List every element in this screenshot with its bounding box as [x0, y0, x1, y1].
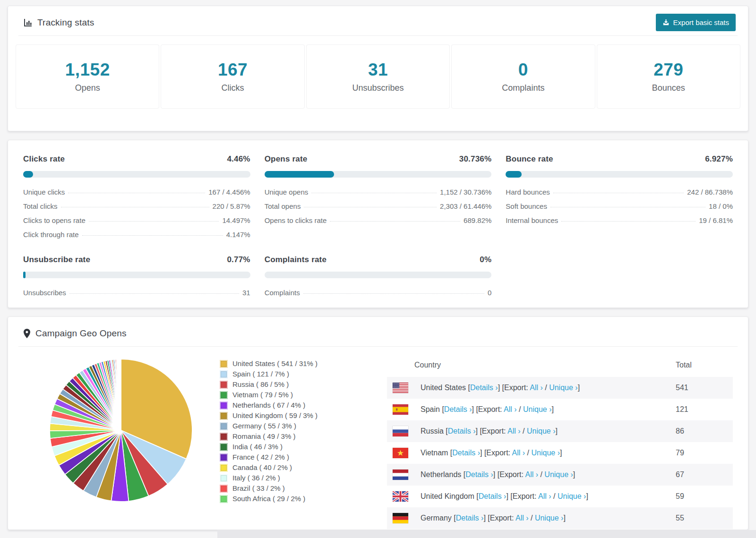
rate-progress-track [23, 272, 250, 278]
export-unique-link[interactable]: Unique › [532, 449, 560, 457]
tracking-stats-card: Tracking stats Export basic stats 1,152O… [8, 6, 748, 131]
export-unique-link[interactable]: Unique › [523, 405, 551, 413]
country-name: Russia [421, 427, 446, 435]
export-basic-stats-button[interactable]: Export basic stats [656, 14, 736, 31]
rate-section-complaints-rate: Complaints rate0%Complaints0 [265, 255, 492, 300]
stat-row: Complaints0 [265, 286, 492, 300]
legend-swatch [220, 391, 228, 399]
total-cell: 86 [675, 420, 733, 442]
rate-title: Unsubscribe rate [23, 255, 90, 265]
legend-item: Canada ( 40 / 2% ) [220, 463, 364, 472]
stat-value: 279 [653, 60, 683, 80]
dotted-leader [304, 207, 437, 207]
bracket: ] [ [506, 492, 512, 500]
geo-table-header-country: Country [387, 353, 675, 377]
legend-item: Russia ( 86 / 5% ) [220, 380, 364, 389]
total-cell: 541 [675, 377, 733, 399]
details-link[interactable]: Details › [452, 449, 480, 457]
dotted-leader [61, 207, 209, 207]
legend-swatch [220, 474, 228, 482]
rate-section-opens-rate: Opens rate30.736%Unique opens1,152 / 30.… [265, 154, 492, 242]
rate-title: Complaints rate [265, 255, 326, 265]
total-cell: 121 [675, 399, 733, 420]
legend-swatch [220, 495, 228, 503]
total-cell: 79 [675, 442, 733, 464]
legend-item: United Kingdom ( 59 / 3% ) [220, 411, 364, 420]
stat-row-label: Internal bounces [506, 216, 558, 224]
details-link[interactable]: Details › [456, 514, 484, 522]
dotted-leader [550, 207, 705, 207]
export-all-link[interactable]: All › [512, 449, 525, 457]
export-unique-link[interactable]: Unique › [527, 427, 555, 435]
stat-row: Click through rate4.147% [23, 228, 250, 242]
flag-us-icon [393, 383, 408, 393]
stat-box: 0Complaints [451, 44, 595, 109]
export-all-link[interactable]: All › [538, 492, 551, 500]
stat-row: Soft bounces18 / 0% [506, 199, 733, 213]
details-link[interactable]: Details › [444, 405, 472, 413]
country-name: Vietnam [421, 449, 450, 457]
legend-label: Brazil ( 33 / 2% ) [232, 484, 285, 493]
horizontal-scrollbar-track[interactable] [217, 530, 756, 538]
rates-card: Clicks rate4.46%Unique clicks167 / 4.456… [8, 140, 748, 308]
legend-label: Spain ( 121 / 7% ) [232, 369, 289, 379]
legend-item: India ( 46 / 3% ) [220, 442, 364, 452]
details-link[interactable]: Details › [470, 384, 498, 392]
geo-legend: United States ( 541 / 31% )Spain ( 121 /… [220, 358, 364, 504]
rate-progress-fill [265, 171, 335, 178]
dotted-leader [553, 193, 684, 193]
export-unique-link[interactable]: Unique › [549, 384, 577, 392]
total-cell: 59 [675, 486, 733, 507]
export-all-link[interactable]: All › [515, 514, 529, 522]
legend-swatch [220, 453, 228, 461]
flag-cell [387, 442, 415, 464]
export-all-link[interactable]: All › [504, 405, 517, 413]
export-all-link[interactable]: All › [507, 427, 521, 435]
bracket: ] [563, 514, 565, 522]
rate-rows: Unique clicks167 / 4.456%Total clicks220… [23, 185, 250, 242]
legend-label: United States ( 541 / 31% ) [232, 359, 318, 368]
geo-body: United States ( 541 / 31% )Spain ( 121 /… [8, 347, 748, 529]
details-link[interactable]: Details › [448, 427, 476, 435]
rate-section-bounce-rate: Bounce rate6.927%Hard bounces242 / 86.73… [506, 154, 733, 242]
rate-progress-track [265, 272, 492, 278]
stat-value: 1,152 [65, 60, 110, 80]
export-all-link[interactable]: All › [530, 384, 543, 392]
rate-head: Bounce rate6.927% [506, 154, 733, 164]
geo-table-row-vn: Vietnam [Details ›] [Export: All › / Uni… [387, 442, 733, 464]
stat-row-label: Hard bounces [506, 188, 550, 196]
flag-cell [387, 420, 415, 442]
pie-slice-other-38[interactable] [120, 359, 121, 430]
dotted-leader [561, 221, 696, 222]
flag-cell [387, 377, 415, 399]
legend-item: United States ( 541 / 31% ) [220, 359, 364, 368]
details-link[interactable]: Details › [465, 470, 493, 478]
stat-row-value: 220 / 5.87% [213, 202, 250, 210]
country-cell: Spain [Details ›] [Export: All › / Uniqu… [415, 399, 675, 420]
rate-title: Opens rate [265, 154, 308, 164]
bracket: ] [560, 449, 562, 457]
export-all-link[interactable]: All › [525, 470, 538, 478]
bracket: ] [ [493, 470, 499, 478]
stat-row-value: 4.147% [226, 231, 250, 239]
geo-opens-title: Campaign Geo Opens [35, 328, 127, 339]
details-link[interactable]: Details › [479, 492, 507, 500]
dotted-leader [82, 235, 223, 236]
rate-rows: Unique opens1,152 / 30.736%Total opens2,… [265, 185, 492, 228]
rate-rows: Unsubscribes31 [23, 286, 250, 300]
export-unique-link[interactable]: Unique › [535, 514, 563, 522]
stat-row-value: 689.82% [464, 216, 491, 224]
geo-table-row-nl: Netherlands [Details ›] [Export: All › /… [387, 464, 733, 486]
legend-label: Germany ( 55 / 3% ) [232, 421, 296, 431]
export-unique-link[interactable]: Unique › [558, 492, 586, 500]
legend-swatch [220, 360, 228, 368]
geo-table: Country Total United States [Details ›] … [387, 353, 733, 529]
export-unique-link[interactable]: Unique › [544, 470, 573, 478]
stat-box: 279Bounces [597, 44, 740, 109]
stat-row-value: 19 / 6.81% [699, 216, 733, 224]
legend-label: Netherlands ( 67 / 4% ) [232, 401, 305, 410]
legend-swatch [220, 464, 228, 472]
rate-value: 30.736% [459, 154, 492, 164]
bracket: ] [ [483, 514, 490, 522]
rate-head: Unsubscribe rate0.77% [23, 255, 250, 265]
